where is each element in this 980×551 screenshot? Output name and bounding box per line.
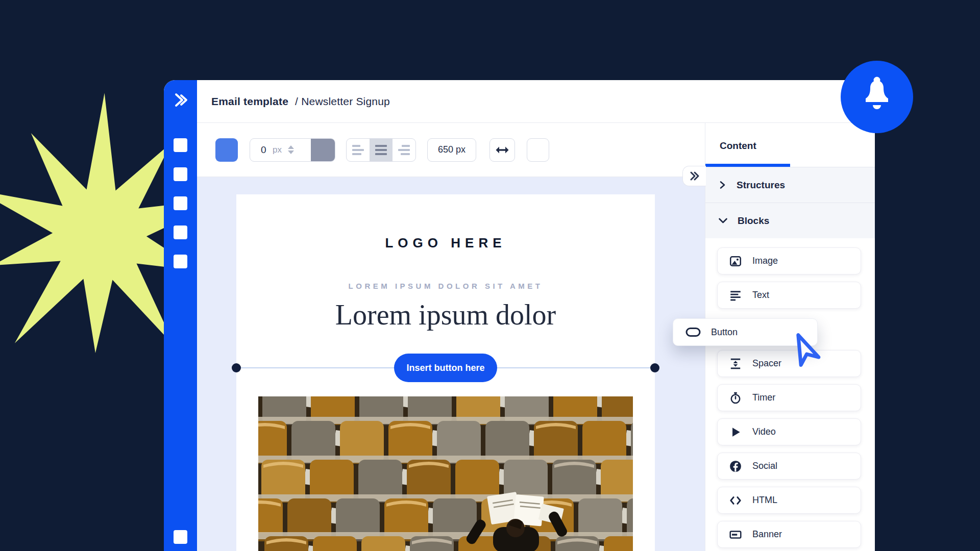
editor-canvas: LOGO HERE LOREM IPSUM DOLOR SIT AMET Lor… [197,177,705,551]
section-label: Blocks [738,215,769,227]
width-button[interactable]: 650 px [427,138,476,162]
chevron-right-icon [718,181,727,189]
padding-input-group[interactable]: 0 px [250,138,335,162]
video-play-icon [729,425,742,439]
sidebar-item-2[interactable] [174,167,187,181]
block-label: Text [752,290,769,300]
banner-icon [729,528,742,541]
alignment-group [346,138,416,162]
breadcrumb: Email template / Newsletter Signup [211,95,390,108]
block-label: Image [752,256,778,266]
align-left-button[interactable] [347,139,370,161]
drag-handle-right[interactable] [650,363,659,372]
app-window: Email template / Newsletter Signup 0 px [164,80,875,551]
block-card-timer[interactable]: Timer [717,384,861,411]
horizontal-arrows-icon [496,146,509,154]
drag-handle-left[interactable] [232,363,241,372]
sidebar-item-3[interactable] [174,196,187,210]
email-image-block[interactable] [236,396,655,551]
sidebar-item-1[interactable] [174,138,187,152]
panel-collapse-button[interactable] [682,166,706,186]
sidebar-item-4[interactable] [174,226,187,239]
pointer-cursor-icon [788,331,826,372]
sidebar-item-5[interactable] [174,255,187,268]
text-icon [729,289,742,302]
format-toolbar: 0 px [197,123,705,177]
breadcrumb-current: / Newsletter Signup [295,95,390,107]
align-right-button[interactable] [393,139,415,161]
block-card-image[interactable]: Image [717,247,861,274]
sidebar-item-bottom[interactable] [174,530,187,544]
app-header: Email template / Newsletter Signup [197,80,875,123]
code-brackets-icon [729,494,742,507]
align-justify-button[interactable] [370,139,393,161]
notification-button[interactable] [840,60,914,134]
chevron-down-icon [718,216,728,225]
spacer-icon [729,357,742,370]
section-label: Structures [737,180,785,191]
double-chevron-right-icon [689,171,700,181]
tab-content[interactable]: Content [720,140,756,152]
blocks-list: ImageTextSpacerTimerVideoSocialHTMLBanne… [705,238,875,551]
email-kicker: LOREM IPSUM DOLOR SIT AMET [236,282,655,290]
block-label: Social [752,461,777,471]
image-icon [729,255,742,268]
block-label: Video [752,427,776,437]
value-stepper[interactable] [288,145,294,154]
tab-active-indicator [705,164,790,167]
app-sidebar [164,80,197,551]
block-card-html[interactable]: HTML [717,487,861,514]
insert-button-placeholder[interactable]: Insert button here [394,354,497,382]
horizontal-resize-button[interactable] [489,138,515,162]
double-chevron-right-icon [172,91,189,109]
section-blocks[interactable]: Blocks [705,203,875,238]
stepper-up-icon[interactable] [288,145,294,149]
email-headline: Lorem ipsum dolor [236,298,655,331]
bell-icon [840,60,914,134]
timer-icon [729,391,742,405]
section-structures[interactable]: Structures [705,167,875,203]
email-logo-text: LOGO HERE [236,194,655,251]
empty-swatch-button[interactable] [527,138,549,162]
block-label: HTML [752,495,777,506]
block-card-text[interactable]: Text [717,282,861,309]
facebook-icon [729,460,742,473]
block-label: Banner [752,529,782,540]
email-preview: LOGO HERE LOREM IPSUM DOLOR SIT AMET Lor… [236,194,655,551]
color-swatch-blue[interactable] [215,138,238,162]
padding-value[interactable]: 0 [250,144,273,156]
block-card-video[interactable]: Video [717,418,861,445]
block-card-banner[interactable]: Banner [717,521,861,548]
breadcrumb-template: Email template [211,95,288,107]
block-label: Spacer [752,358,781,369]
block-label: Button [711,327,738,338]
padding-unit: px [273,145,282,155]
button-pill-icon [685,327,701,337]
block-card-social[interactable]: Social [717,453,861,480]
auditorium-photo [258,396,633,551]
stepper-down-icon[interactable] [288,151,294,154]
color-swatch-gray[interactable] [311,138,335,162]
button-drop-row: Insert button here [236,354,655,382]
block-label: Timer [752,392,775,403]
